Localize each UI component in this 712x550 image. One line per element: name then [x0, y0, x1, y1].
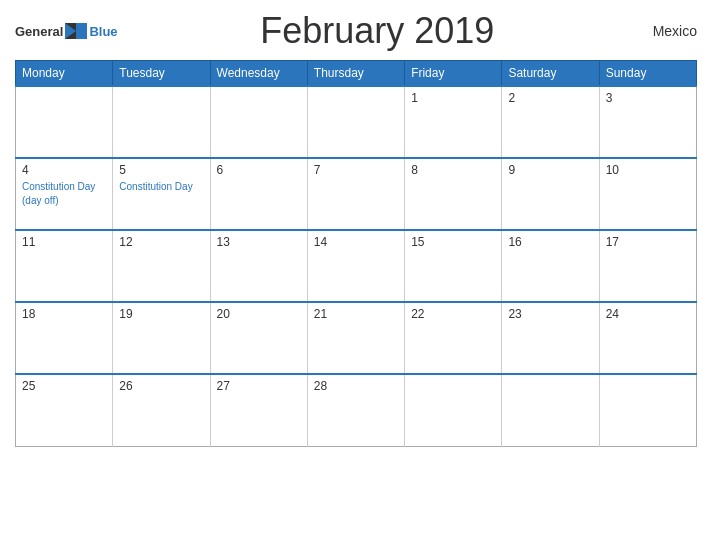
calendar-cell	[599, 374, 696, 446]
day-number: 22	[411, 307, 495, 321]
calendar-cell: 24	[599, 302, 696, 374]
calendar-cell	[210, 86, 307, 158]
day-header-saturday: Saturday	[502, 61, 599, 87]
day-number: 20	[217, 307, 301, 321]
calendar-week-5: 25262728	[16, 374, 697, 446]
day-number: 3	[606, 91, 690, 105]
month-title: February 2019	[118, 10, 637, 52]
day-header-tuesday: Tuesday	[113, 61, 210, 87]
days-of-week-row: MondayTuesdayWednesdayThursdayFridaySatu…	[16, 61, 697, 87]
calendar-cell: 12	[113, 230, 210, 302]
calendar-header: General Blue February 2019 Mexico	[15, 10, 697, 52]
calendar-cell: 28	[307, 374, 404, 446]
logo-blue-text: Blue	[89, 24, 117, 39]
day-header-monday: Monday	[16, 61, 113, 87]
day-event: Constitution Day (day off)	[22, 181, 95, 206]
day-event: Constitution Day	[119, 181, 192, 192]
calendar-cell: 5Constitution Day	[113, 158, 210, 230]
calendar-cell: 8	[405, 158, 502, 230]
day-number: 26	[119, 379, 203, 393]
day-number: 11	[22, 235, 106, 249]
calendar-cell: 7	[307, 158, 404, 230]
calendar-cell	[502, 374, 599, 446]
calendar-cell: 14	[307, 230, 404, 302]
day-number: 10	[606, 163, 690, 177]
day-number: 19	[119, 307, 203, 321]
calendar-cell: 13	[210, 230, 307, 302]
calendar-cell: 9	[502, 158, 599, 230]
day-number: 16	[508, 235, 592, 249]
calendar-cell	[16, 86, 113, 158]
calendar-cell: 25	[16, 374, 113, 446]
calendar-cell: 26	[113, 374, 210, 446]
calendar-week-4: 18192021222324	[16, 302, 697, 374]
day-number: 28	[314, 379, 398, 393]
calendar-week-3: 11121314151617	[16, 230, 697, 302]
calendar-table: MondayTuesdayWednesdayThursdayFridaySatu…	[15, 60, 697, 447]
calendar-cell: 17	[599, 230, 696, 302]
day-number: 21	[314, 307, 398, 321]
calendar-week-2: 4Constitution Day (day off)5Constitution…	[16, 158, 697, 230]
calendar-cell: 1	[405, 86, 502, 158]
calendar-cell: 3	[599, 86, 696, 158]
day-header-sunday: Sunday	[599, 61, 696, 87]
day-header-wednesday: Wednesday	[210, 61, 307, 87]
day-number: 9	[508, 163, 592, 177]
day-number: 15	[411, 235, 495, 249]
calendar-header-row: MondayTuesdayWednesdayThursdayFridaySatu…	[16, 61, 697, 87]
calendar-cell: 22	[405, 302, 502, 374]
calendar-cell: 21	[307, 302, 404, 374]
calendar-cell: 2	[502, 86, 599, 158]
calendar-cell: 15	[405, 230, 502, 302]
day-number: 4	[22, 163, 106, 177]
calendar-cell: 23	[502, 302, 599, 374]
day-number: 6	[217, 163, 301, 177]
country-label: Mexico	[637, 23, 697, 39]
day-header-friday: Friday	[405, 61, 502, 87]
calendar-cell: 20	[210, 302, 307, 374]
calendar-cell: 10	[599, 158, 696, 230]
day-number: 24	[606, 307, 690, 321]
calendar-cell	[113, 86, 210, 158]
calendar-cell	[307, 86, 404, 158]
day-number: 23	[508, 307, 592, 321]
day-number: 8	[411, 163, 495, 177]
calendar-page: General Blue February 2019 Mexico Monday…	[0, 0, 712, 550]
day-number: 1	[411, 91, 495, 105]
calendar-cell: 6	[210, 158, 307, 230]
logo: General Blue	[15, 23, 118, 39]
calendar-cell: 27	[210, 374, 307, 446]
logo-general-text: General	[15, 24, 63, 39]
calendar-cell: 19	[113, 302, 210, 374]
day-number: 17	[606, 235, 690, 249]
calendar-week-1: 123	[16, 86, 697, 158]
calendar-cell: 18	[16, 302, 113, 374]
calendar-cell: 16	[502, 230, 599, 302]
day-number: 25	[22, 379, 106, 393]
day-header-thursday: Thursday	[307, 61, 404, 87]
day-number: 12	[119, 235, 203, 249]
calendar-cell: 4Constitution Day (day off)	[16, 158, 113, 230]
day-number: 2	[508, 91, 592, 105]
day-number: 7	[314, 163, 398, 177]
calendar-body: 1234Constitution Day (day off)5Constitut…	[16, 86, 697, 446]
day-number: 13	[217, 235, 301, 249]
svg-marker-1	[76, 23, 87, 39]
calendar-cell	[405, 374, 502, 446]
day-number: 5	[119, 163, 203, 177]
day-number: 18	[22, 307, 106, 321]
logo-flag-icon	[65, 23, 87, 39]
day-number: 14	[314, 235, 398, 249]
calendar-cell: 11	[16, 230, 113, 302]
day-number: 27	[217, 379, 301, 393]
